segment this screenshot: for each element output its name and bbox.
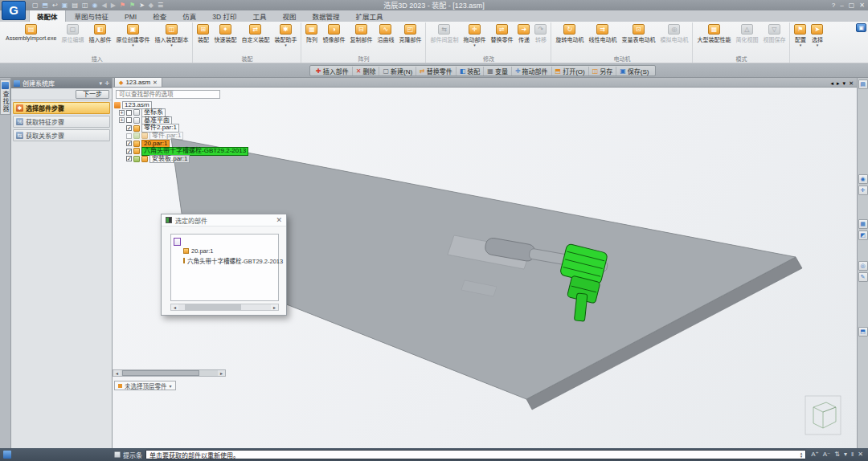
tree-item-bolt[interactable]: 六角头带十字槽螺栓-GBT29.2-2013 (114, 148, 251, 156)
cmd-delete[interactable]: ✕删除 (352, 67, 379, 75)
dialog-title-bar[interactable]: 选定的部件 ✕ (162, 214, 286, 226)
tree-root[interactable]: 123.asm (114, 101, 251, 109)
cmd-save-as[interactable]: ◫另存 (588, 67, 616, 75)
dialog-part-list[interactable]: 20.par:1 六角头带十字槽螺栓-GBT29.2-2013 (170, 234, 279, 301)
tab-simulation[interactable]: 仿真 (175, 10, 203, 22)
top-level-part-dropdown[interactable]: 未选择顶层零件 ▾ (114, 381, 176, 390)
tab-view[interactable]: 视图 (275, 10, 303, 22)
sphere-3d-icon[interactable]: ◉ (92, 1, 98, 10)
custom-assemble-button[interactable]: ⇄自定义装配 (239, 22, 272, 43)
create-part-in-place-button[interactable]: ▣原位创建零件▾ (113, 22, 152, 47)
step-capture-features[interactable]: % 获取特征步骤 (13, 116, 110, 128)
tab-scroll-left-icon[interactable]: ◂ (831, 80, 834, 87)
window-layout-icon[interactable]: ◫ (82, 1, 88, 10)
close-icon[interactable]: ✕ (276, 216, 282, 224)
insert-part-button[interactable]: ◧插入部件 (86, 22, 113, 43)
prompt-message-field[interactable]: 单击要获取的部件以重新使用。 ▴▾ (145, 450, 806, 459)
cmd-open[interactable]: ⬒打开(O) (551, 67, 588, 75)
tab-tools[interactable]: 工具 (245, 10, 273, 22)
scroll-left-icon[interactable]: ◂ (171, 304, 178, 310)
flag-red-icon[interactable]: ⚑ (120, 1, 125, 10)
tab-assembly[interactable]: 装配体 (29, 9, 66, 22)
tab-scroll-right-icon[interactable]: ▸ (837, 80, 840, 87)
checkbox[interactable] (126, 133, 132, 139)
status-app-icon[interactable] (3, 451, 11, 459)
assembly-assistant-button[interactable]: ✱装配助手▾ (272, 22, 299, 47)
help-button[interactable]: ? (832, 1, 835, 10)
chevron-down-icon[interactable]: ▾ (800, 44, 802, 47)
maximize-button[interactable]: ▢ (849, 1, 855, 10)
rotary-motor-button[interactable]: ↻旋转电动机 (553, 22, 586, 43)
scrollbar-thumb[interactable] (122, 370, 199, 376)
tab-close-icon[interactable]: ✕ (849, 80, 854, 87)
finder-vertical-tab[interactable]: 查找器 (0, 80, 10, 115)
open-folder-icon[interactable]: ⬒ (43, 1, 49, 10)
chevron-down-icon[interactable]: ▾ (285, 44, 287, 47)
forward-icon[interactable]: ▶ (111, 1, 116, 10)
tree-horizontal-scrollbar[interactable]: ◂ ▸ (113, 369, 226, 377)
view-triad[interactable] (805, 396, 841, 434)
tab-list-icon[interactable]: ▾ (843, 80, 846, 87)
insert-assembly-copy-button[interactable]: ◫插入装配副本▾ (152, 22, 190, 47)
tab-inspect[interactable]: 检查 (145, 10, 174, 22)
tree-item-coordinate-systems[interactable]: + 坐标系 (114, 109, 251, 117)
tab-sketch-features[interactable]: 草图与特征 (68, 10, 117, 22)
chevron-down-icon[interactable]: ▾ (170, 44, 173, 47)
viewport-3d[interactable]: ◆ 123.asm ✕ ◂ ▸ ▾ ✕ 123.asm (113, 78, 857, 448)
prompt-spinner[interactable]: ▴▾ (800, 451, 803, 458)
tab-pmi[interactable]: PMI (117, 11, 144, 22)
save-icon[interactable]: ▣ (62, 1, 68, 10)
notes-panel-icon[interactable]: ✎ (858, 272, 868, 282)
library-panel-icon[interactable]: ◩ (858, 230, 868, 240)
cmd-drag-part[interactable]: ✛拖动部件 (511, 67, 551, 75)
large-assembly-performance-button[interactable]: ▦大型装配性能 (694, 22, 733, 43)
pin-icon[interactable]: ✛ (104, 80, 109, 87)
checkbox[interactable] (126, 156, 132, 161)
pathfinder-panel-icon[interactable]: ▤ (858, 80, 868, 89)
views-panel-icon[interactable]: ⬒ (858, 327, 868, 337)
scroll-right-icon[interactable]: ▸ (271, 304, 278, 310)
duplicate-part-button[interactable]: ⊟复制部件 (347, 22, 375, 43)
cmd-assemble[interactable]: ◧装配 (456, 67, 484, 75)
new-doc-icon[interactable]: ▢ (32, 1, 39, 10)
configuration-button[interactable]: ⚑配置▾ (792, 22, 809, 47)
layers-panel-icon[interactable]: ▦ (858, 219, 868, 229)
dropdown-icon[interactable]: ▾ (844, 450, 847, 459)
cursor-icon[interactable]: ➤ (139, 1, 145, 10)
scroll-left-icon[interactable]: ◂ (113, 370, 121, 376)
expand-icon[interactable]: + (119, 117, 125, 123)
tab-extensions[interactable]: 扩展工具 (348, 10, 390, 22)
linear-motor-button[interactable]: ⇉线性电动机 (586, 22, 619, 43)
chevron-down-icon[interactable]: ▾ (473, 44, 476, 47)
ribbon-pin-icon[interactable]: ▣ (856, 23, 866, 32)
font-increase-icon[interactable]: A⁺ (811, 450, 819, 459)
dialog-list-item[interactable]: 20.par:1 (183, 247, 276, 255)
next-step-button[interactable]: 下一步 (76, 90, 109, 99)
tab-3d-print[interactable]: 3D 打印 (205, 10, 244, 22)
chevron-down-icon[interactable]: ▾ (817, 44, 819, 47)
close-button[interactable]: ✕ (859, 1, 865, 10)
tab-data-management[interactable]: 数据管理 (305, 10, 346, 22)
tree-item-reference-planes[interactable]: + 基准平面 (114, 116, 251, 124)
clone-part-button[interactable]: ◰克隆部件 (396, 22, 424, 43)
print-icon[interactable]: ▤ (72, 1, 78, 10)
drag-part-button[interactable]: ✛拖动部件▾ (461, 22, 488, 47)
undo-icon[interactable]: ↩ (52, 1, 58, 10)
checkbox[interactable] (126, 117, 132, 123)
scroll-right-icon[interactable]: ▸ (218, 370, 225, 376)
checkbox[interactable] (126, 141, 132, 146)
material-icon[interactable]: ◆ (149, 1, 154, 10)
replace-part-button[interactable]: ⇌替换零件 (488, 22, 515, 43)
selected-parts-dialog[interactable]: 选定的部件 ✕ 20.par:1 六角头带十字槽螺栓-GBT29.2-2013 (161, 214, 287, 316)
quick-assemble-button[interactable]: ✦快速装配 (211, 22, 239, 43)
tree-search-input[interactable] (116, 90, 220, 99)
flag-green-icon[interactable]: ⚑ (129, 1, 135, 10)
step-capture-relations[interactable]: ⇆ 获取关系步骤 (13, 129, 110, 141)
along-curve-button[interactable]: ∿沿曲线 (375, 22, 396, 43)
mirror-part-button[interactable]: ◑镜像部件 (320, 22, 347, 43)
pause-icon[interactable]: ‖ (851, 450, 854, 459)
assembly-import-button[interactable]: ▤AssemblyImport.exe (3, 22, 59, 41)
close-tab-icon[interactable]: ✕ (153, 80, 158, 86)
document-tab[interactable]: ◆ 123.asm ✕ (114, 78, 162, 87)
sort-icon[interactable]: ⇅ (834, 450, 840, 459)
